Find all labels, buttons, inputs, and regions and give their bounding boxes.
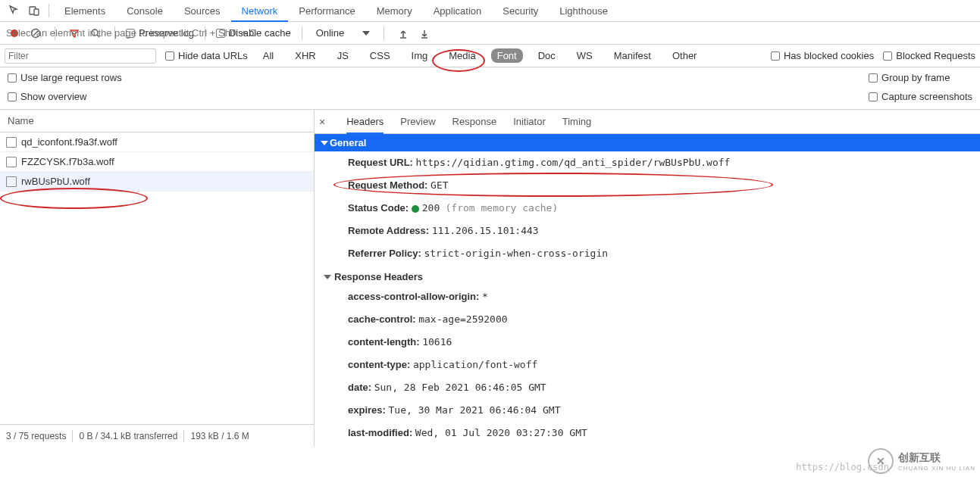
throttling-select[interactable]: Online <box>313 27 374 39</box>
kv-remote-address: Remote Address: 111.206.15.101:443 <box>315 220 980 242</box>
detail-tab-initiator[interactable]: Initiator <box>513 110 546 134</box>
clear-icon[interactable] <box>27 25 44 42</box>
tab-elements[interactable]: Elements <box>54 0 116 22</box>
hide-data-urls-label: Hide data URLs <box>178 50 248 61</box>
hide-data-urls-checkbox[interactable]: Hide data URLs <box>165 50 248 61</box>
filter-icon[interactable] <box>66 25 83 42</box>
tab-performance[interactable]: Performance <box>288 0 365 22</box>
type-xhr[interactable]: XHR <box>289 48 321 63</box>
tab-memory[interactable]: Memory <box>366 0 423 22</box>
status-dot-icon <box>412 205 419 213</box>
logo-icon: ✕ <box>868 448 894 474</box>
type-css[interactable]: CSS <box>364 48 396 63</box>
has-blocked-cookies-label: Has blocked cookies <box>784 50 874 61</box>
large-rows-checkbox[interactable]: Use large request rows <box>8 72 122 83</box>
blocked-requests-checkbox[interactable]: Blocked Requests <box>883 50 975 61</box>
type-ws[interactable]: WS <box>571 48 599 63</box>
network-toolbar: Select an element in the page to inspect… <box>0 22 980 45</box>
device-toggle-icon[interactable] <box>24 1 44 20</box>
tab-sources[interactable]: Sources <box>174 0 231 22</box>
record-icon[interactable] <box>6 25 23 42</box>
detail-tab-preview[interactable]: Preview <box>400 110 435 134</box>
kv-request-url: Request URL: https://qidian.gtimg.com/qd… <box>315 151 980 174</box>
detail-tab-headers[interactable]: Headers <box>346 110 384 134</box>
kv-date: date: Sun, 28 Feb 2021 06:46:05 GMT <box>315 376 980 399</box>
filter-bar: Hide data URLs All XHR JS CSS Img Media … <box>0 45 980 67</box>
general-title: General <box>330 137 366 148</box>
type-other[interactable]: Other <box>666 48 703 63</box>
file-icon <box>6 176 17 187</box>
disclosure-triangle-icon <box>324 275 331 279</box>
status-resources: 193 kB / 1.6 M <box>190 431 249 441</box>
watermark-logo: ✕ 创新互联 CHUANG XIN HU LIAN <box>868 448 975 474</box>
detail-tab-timing[interactable]: Timing <box>562 110 592 134</box>
status-bar: 3 / 75 requests 0 B / 34.1 kB transferre… <box>0 424 314 447</box>
file-icon <box>6 157 17 167</box>
tab-lighthouse[interactable]: Lighthouse <box>549 0 618 22</box>
watermark-brand: 创新互联 <box>898 451 975 465</box>
tab-network[interactable]: Network <box>231 0 289 22</box>
show-overview-checkbox[interactable]: Show overview <box>8 91 122 102</box>
type-manifest[interactable]: Manifest <box>608 48 657 63</box>
kv-content-length: content-length: 10616 <box>315 331 980 354</box>
request-name: qd_iconfont.f9a3f.woff <box>21 136 117 148</box>
kv-cache-control: cache-control: max-age=2592000 <box>315 308 980 331</box>
response-headers-section-header[interactable]: Response Headers <box>315 265 980 285</box>
main-split: Name qd_iconfont.f9a3f.woff FZZCYSK.f7b3… <box>0 110 980 447</box>
type-doc[interactable]: Doc <box>532 48 562 63</box>
svg-point-5 <box>92 30 98 36</box>
disclosure-triangle-icon <box>321 141 328 145</box>
type-img[interactable]: Img <box>405 48 434 63</box>
group-by-frame-label: Group by frame <box>881 72 950 83</box>
download-har-icon[interactable] <box>416 25 433 42</box>
preserve-log-checkbox[interactable]: Preserve log <box>126 27 194 39</box>
has-blocked-cookies-checkbox[interactable]: Has blocked cookies <box>771 50 874 61</box>
file-icon <box>6 137 17 148</box>
tab-console[interactable]: Console <box>116 0 174 22</box>
group-by-frame-checkbox[interactable]: Group by frame <box>869 72 972 83</box>
request-row[interactable]: rwBUsPbU.woff <box>0 172 314 192</box>
watermark-sub: CHUANG XIN HU LIAN <box>898 465 975 472</box>
request-name: FZZCYSK.f7b3a.woff <box>21 156 114 167</box>
svg-line-4 <box>33 31 38 36</box>
inspect-icon[interactable] <box>5 1 24 20</box>
preserve-log-label: Preserve log <box>139 27 194 39</box>
status-requests: 3 / 75 requests <box>6 431 66 441</box>
type-js[interactable]: JS <box>331 48 355 63</box>
capture-screenshots-label: Capture screenshots <box>881 91 972 102</box>
type-font[interactable]: Font <box>491 48 523 63</box>
devtools-tabstrip: Elements Console Sources Network Perform… <box>0 0 980 22</box>
detail-tab-response[interactable]: Response <box>452 110 497 134</box>
response-headers-title: Response Headers <box>334 271 423 282</box>
general-section-header[interactable]: General <box>315 134 980 151</box>
status-transferred: 0 B / 34.1 kB transferred <box>79 431 177 441</box>
disable-cache-checkbox[interactable]: Disable cache <box>216 27 291 39</box>
name-column-header[interactable]: Name <box>0 110 314 132</box>
type-all[interactable]: All <box>257 48 280 63</box>
filter-input[interactable] <box>5 48 156 64</box>
kv-status-code: Status Code: 200 (from memory cache) <box>315 197 980 220</box>
tab-application[interactable]: Application <box>423 0 493 22</box>
tab-security[interactable]: Security <box>492 0 549 22</box>
type-media[interactable]: Media <box>443 48 481 63</box>
kv-acao: access-control-allow-origin: * <box>315 285 980 308</box>
detail-tabs: × Headers Preview Response Initiator Tim… <box>315 110 980 134</box>
throttling-value: Online <box>316 27 345 39</box>
large-rows-label: Use large request rows <box>20 72 122 83</box>
svg-rect-1 <box>34 9 39 15</box>
kv-last-modified: last-modified: Wed, 01 Jul 2020 03:27:30… <box>315 422 980 444</box>
blocked-requests-label: Blocked Requests <box>896 50 975 61</box>
close-icon[interactable]: × <box>319 116 325 128</box>
kv-content-type: content-type: application/font-woff <box>315 354 980 376</box>
chevron-down-icon <box>362 31 370 36</box>
kv-referrer-policy: Referrer Policy: strict-origin-when-cros… <box>315 242 980 265</box>
capture-screenshots-checkbox[interactable]: Capture screenshots <box>869 91 972 102</box>
show-overview-label: Show overview <box>20 91 86 102</box>
kv-expires: expires: Tue, 30 Mar 2021 06:46:04 GMT <box>315 399 980 422</box>
search-icon[interactable] <box>87 25 104 42</box>
kv-server: server: NWSs <box>315 444 980 447</box>
upload-har-icon[interactable] <box>395 25 412 42</box>
request-row[interactable]: FZZCYSK.f7b3a.woff <box>0 152 314 172</box>
detail-panel: × Headers Preview Response Initiator Tim… <box>315 110 980 447</box>
request-row[interactable]: qd_iconfont.f9a3f.woff <box>0 132 314 152</box>
